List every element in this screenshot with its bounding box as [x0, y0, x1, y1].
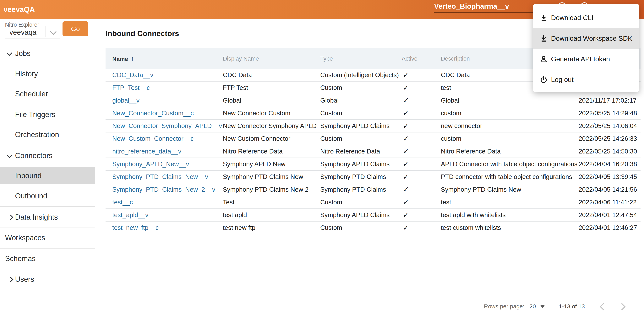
column-header-name[interactable]: Name↑	[112, 55, 134, 62]
description-cell: CDC Data	[441, 71, 470, 79]
modified-date-cell: 2022/05/25 14:29:48	[578, 109, 637, 117]
menu-item-download-workspace-sdk[interactable]: Download Workspace SDK	[533, 28, 639, 49]
connector-name-link[interactable]: Symphony_APLD_New__v	[112, 160, 189, 168]
column-header-display-name[interactable]: Display Name	[223, 55, 259, 62]
modified-date-cell: 2021/11/17 17:02:17	[578, 97, 636, 104]
connector-name-link[interactable]: Symphony_PTD_Claims_New__v	[112, 173, 208, 180]
connector-name-link[interactable]: test__c	[112, 199, 133, 206]
connector-name-link[interactable]: New_Connector_Custom__c	[112, 109, 194, 117]
next-page-icon[interactable]	[618, 303, 626, 310]
table-row: nitro_reference_data__v Nitro Reference …	[106, 145, 640, 158]
chevron-right-icon[interactable]	[8, 215, 14, 220]
table-row: New_Custom_Connector__c New Custom Conne…	[106, 132, 640, 145]
chevron-down-icon[interactable]	[50, 28, 56, 35]
sort-ascending-icon[interactable]: ↑	[131, 55, 134, 62]
download-icon	[540, 14, 548, 22]
description-cell: PTD connector with table object configur…	[441, 173, 572, 180]
sidebar-item-history[interactable]: History	[0, 65, 95, 82]
sidebar-item-file-triggers[interactable]: File Triggers	[0, 106, 95, 123]
sidebar-item-schemas[interactable]: Schemas	[0, 250, 95, 267]
active-checkmark: ✓	[403, 122, 409, 130]
active-checkmark: ✓	[403, 134, 409, 143]
sidebar-item-inbound[interactable]: Inbound	[0, 167, 95, 184]
sidebar-item-jobs[interactable]: Jobs	[0, 45, 95, 62]
connector-name-link[interactable]: global__v	[112, 97, 140, 104]
modified-date-cell: 2022/04/05 14:21:56	[578, 186, 637, 193]
display-name-cell: Global	[223, 97, 241, 104]
sidebar-divider	[0, 43, 95, 43]
sidebar-item-label: Outbound	[15, 192, 47, 200]
display-name-cell: FTP Test	[223, 84, 248, 91]
display-name-cell: test new ftp	[223, 224, 256, 231]
type-cell: Symphony APLD Claims	[320, 211, 390, 219]
type-cell: Symphony APLD Claims	[320, 122, 390, 130]
sidebar-item-label: Inbound	[15, 172, 42, 180]
connector-name-link[interactable]: CDC_Data__v	[112, 71, 154, 79]
type-cell: Nitro Reference Data	[320, 148, 380, 155]
modified-date-cell: 2022/05/25 14:26:33	[578, 135, 637, 142]
description-cell: Symphony PTD Claims New	[441, 186, 521, 193]
connector-name-link[interactable]: New_Custom_Connector__c	[112, 135, 194, 142]
connector-name-link[interactable]: FTP_Test__c	[112, 84, 150, 91]
go-button[interactable]: Go	[62, 21, 88, 36]
description-cell: test	[441, 84, 451, 91]
dropdown-arrow-icon[interactable]	[540, 305, 545, 308]
display-name-cell: Symphony APLD New	[223, 160, 286, 168]
connector-name-link[interactable]: Symphony_PTD_Claims_New_2__v	[112, 186, 215, 193]
active-checkmark: ✓	[403, 83, 409, 92]
sidebar-item-scheduler[interactable]: Scheduler	[0, 85, 95, 103]
sidebar-item-connectors[interactable]: Connectors	[0, 147, 95, 164]
connector-name-link[interactable]: test_apld__v	[112, 211, 148, 219]
sidebar-item-label: Users	[15, 275, 34, 284]
sidebar-item-orchestration[interactable]: Orchestration	[0, 126, 95, 143]
connector-name-link[interactable]: test_new_ftp__c	[112, 224, 158, 231]
table-row: New_Connector_Symphony_APLD__v New Conne…	[106, 120, 640, 132]
page-title: Inbound Connectors	[106, 29, 179, 38]
display-name-cell: Nitro Reference Data	[223, 148, 283, 155]
active-checkmark: ✓	[403, 96, 409, 105]
sidebar-divider	[0, 228, 95, 228]
active-checkmark: ✓	[403, 198, 409, 207]
type-cell: Custom	[320, 224, 342, 231]
table-row: Symphony_APLD_New__v Symphony APLD New S…	[106, 158, 640, 171]
sidebar-item-users[interactable]: Users	[0, 271, 95, 288]
rows-per-page-select[interactable]: 20	[530, 303, 536, 310]
active-checkmark: ✓	[403, 185, 409, 194]
type-cell: Symphony PTD Claims	[320, 173, 386, 180]
table-row: test_apld__v test apld Symphony APLD Cla…	[106, 209, 640, 222]
type-cell: Custom	[320, 109, 342, 117]
column-header-active[interactable]: Active	[402, 55, 418, 62]
sidebar-item-workspaces[interactable]: Workspaces	[0, 229, 95, 246]
menu-item-download-cli[interactable]: Download CLI	[533, 7, 639, 28]
active-checkmark: ✓	[403, 224, 409, 232]
dna-selector-underline	[434, 12, 534, 13]
explorer-search-input[interactable]	[10, 27, 44, 38]
description-cell: Nitro Reference Data	[441, 148, 501, 155]
chevron-down-icon[interactable]	[6, 152, 12, 158]
chevron-right-icon[interactable]	[8, 277, 14, 283]
menu-item-label: Log out	[551, 76, 574, 83]
modified-date-cell: 2022/04/04 16:20:38	[578, 160, 637, 168]
display-name-cell: New Custom Connector	[223, 135, 290, 142]
user-menu: Download CLI Download Workspace SDK Gene…	[533, 4, 639, 92]
connector-name-link[interactable]: New_Connector_Symphony_APLD__v	[112, 122, 222, 130]
dna-selector[interactable]: Verteo_Biopharma__v	[434, 0, 509, 13]
display-name-cell: Symphony PTD Claims New 2	[223, 186, 308, 193]
column-header-description[interactable]: Description	[441, 55, 470, 62]
column-header-type[interactable]: Type	[320, 55, 333, 62]
type-cell: Custom	[320, 84, 342, 91]
sidebar-item-label: Data Insights	[15, 213, 58, 221]
chevron-down-icon[interactable]	[6, 50, 12, 56]
power-icon	[540, 76, 548, 84]
menu-item-log-out[interactable]: Log out	[533, 69, 639, 90]
sidebar-divider	[0, 248, 95, 249]
app-logo: veevaQA	[4, 0, 35, 19]
connector-name-link[interactable]: nitro_reference_data__v	[112, 148, 181, 155]
sidebar-item-data-insights[interactable]: Data Insights	[0, 208, 95, 226]
active-checkmark: ✓	[403, 173, 409, 181]
active-checkmark: ✓	[403, 147, 409, 156]
menu-item-generate-api-token[interactable]: Generate API token	[533, 49, 639, 69]
previous-page-icon[interactable]	[600, 303, 607, 310]
sidebar-item-outbound[interactable]: Outbound	[0, 187, 95, 205]
modified-date-cell: 2022/04/01 12:47:54	[578, 211, 637, 219]
